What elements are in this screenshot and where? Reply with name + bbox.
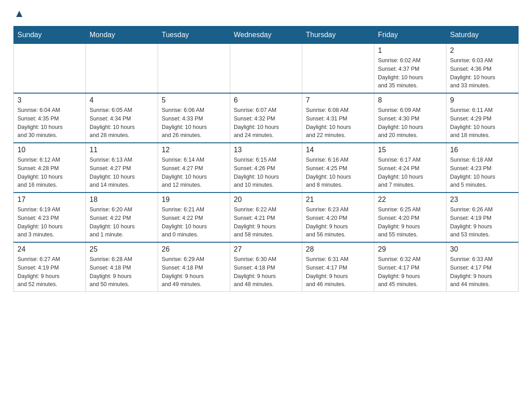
day-info: Sunrise: 6:14 AM Sunset: 4:27 PM Dayligh… [162,156,226,189]
calendar-cell: 23Sunrise: 6:26 AM Sunset: 4:19 PM Dayli… [446,193,519,242]
calendar-cell: 6Sunrise: 6:07 AM Sunset: 4:32 PM Daylig… [230,93,302,143]
calendar-cell: 3Sunrise: 6:04 AM Sunset: 4:35 PM Daylig… [14,93,86,143]
day-number: 17 [17,196,82,204]
svg-marker-0 [16,11,22,17]
day-info: Sunrise: 6:23 AM Sunset: 4:20 PM Dayligh… [306,206,370,239]
calendar-cell: 18Sunrise: 6:20 AM Sunset: 4:22 PM Dayli… [86,193,158,242]
day-info: Sunrise: 6:11 AM Sunset: 4:29 PM Dayligh… [450,106,515,140]
day-number: 13 [234,146,298,154]
calendar-cell [302,44,374,94]
day-info: Sunrise: 6:07 AM Sunset: 4:32 PM Dayligh… [234,106,298,140]
day-info: Sunrise: 6:20 AM Sunset: 4:22 PM Dayligh… [90,206,154,239]
calendar-cell [14,44,86,94]
weekday-header-tuesday: Tuesday [158,26,230,44]
day-info: Sunrise: 6:33 AM Sunset: 4:17 PM Dayligh… [450,255,515,289]
day-number: 22 [378,196,442,204]
day-info: Sunrise: 6:25 AM Sunset: 4:20 PM Dayligh… [378,206,442,239]
calendar-cell: 16Sunrise: 6:18 AM Sunset: 4:23 PM Dayli… [446,143,519,193]
day-info: Sunrise: 6:31 AM Sunset: 4:17 PM Dayligh… [306,255,370,289]
day-number: 15 [378,146,442,154]
calendar-cell: 26Sunrise: 6:29 AM Sunset: 4:18 PM Dayli… [158,242,230,292]
calendar-cell [86,44,158,94]
day-number: 24 [17,245,82,253]
calendar-cell: 27Sunrise: 6:30 AM Sunset: 4:18 PM Dayli… [230,242,302,292]
day-number: 20 [234,196,298,204]
week-row-2: 3Sunrise: 6:04 AM Sunset: 4:35 PM Daylig… [14,93,519,143]
day-number: 3 [17,96,82,104]
calendar-cell: 1Sunrise: 6:02 AM Sunset: 4:37 PM Daylig… [374,44,446,94]
day-info: Sunrise: 6:03 AM Sunset: 4:36 PM Dayligh… [450,56,515,90]
weekday-header-thursday: Thursday [302,26,374,44]
week-row-4: 17Sunrise: 6:19 AM Sunset: 4:23 PM Dayli… [14,193,519,242]
day-info: Sunrise: 6:17 AM Sunset: 4:24 PM Dayligh… [378,156,442,189]
calendar-cell: 11Sunrise: 6:13 AM Sunset: 4:27 PM Dayli… [86,143,158,193]
calendar-cell: 2Sunrise: 6:03 AM Sunset: 4:36 PM Daylig… [446,44,519,94]
day-number: 4 [90,96,154,104]
week-row-3: 10Sunrise: 6:12 AM Sunset: 4:28 PM Dayli… [14,143,519,193]
day-info: Sunrise: 6:26 AM Sunset: 4:19 PM Dayligh… [450,206,515,239]
day-number: 18 [90,196,154,204]
calendar-cell: 10Sunrise: 6:12 AM Sunset: 4:28 PM Dayli… [14,143,86,193]
day-number: 28 [306,245,370,253]
calendar-cell [158,44,230,94]
calendar-cell: 30Sunrise: 6:33 AM Sunset: 4:17 PM Dayli… [446,242,519,292]
logo-triangle-icon [14,9,24,19]
day-number: 9 [450,96,515,104]
day-number: 16 [450,146,515,154]
day-info: Sunrise: 6:29 AM Sunset: 4:18 PM Dayligh… [162,255,226,289]
calendar-cell: 15Sunrise: 6:17 AM Sunset: 4:24 PM Dayli… [374,143,446,193]
calendar-cell: 7Sunrise: 6:08 AM Sunset: 4:31 PM Daylig… [302,93,374,143]
calendar-cell: 19Sunrise: 6:21 AM Sunset: 4:22 PM Dayli… [158,193,230,242]
day-info: Sunrise: 6:15 AM Sunset: 4:26 PM Dayligh… [234,156,298,189]
day-number: 6 [234,96,298,104]
weekday-header-saturday: Saturday [446,26,519,44]
day-number: 30 [450,245,515,253]
day-number: 2 [450,47,515,55]
day-number: 14 [306,146,370,154]
day-info: Sunrise: 6:28 AM Sunset: 4:18 PM Dayligh… [90,255,154,289]
day-number: 10 [17,146,82,154]
day-number: 26 [162,245,226,253]
calendar-cell: 24Sunrise: 6:27 AM Sunset: 4:19 PM Dayli… [14,242,86,292]
day-number: 1 [378,47,442,55]
calendar-cell: 20Sunrise: 6:22 AM Sunset: 4:21 PM Dayli… [230,193,302,242]
day-number: 7 [306,96,370,104]
calendar-cell: 5Sunrise: 6:06 AM Sunset: 4:33 PM Daylig… [158,93,230,143]
day-info: Sunrise: 6:02 AM Sunset: 4:37 PM Dayligh… [378,56,442,90]
calendar-cell: 13Sunrise: 6:15 AM Sunset: 4:26 PM Dayli… [230,143,302,193]
day-info: Sunrise: 6:30 AM Sunset: 4:18 PM Dayligh… [234,255,298,289]
weekday-header-monday: Monday [86,26,158,44]
calendar-table: SundayMondayTuesdayWednesdayThursdayFrid… [13,26,519,292]
day-info: Sunrise: 6:18 AM Sunset: 4:23 PM Dayligh… [450,156,515,189]
day-info: Sunrise: 6:08 AM Sunset: 4:31 PM Dayligh… [306,106,370,140]
day-info: Sunrise: 6:13 AM Sunset: 4:27 PM Dayligh… [90,156,154,189]
day-number: 8 [378,96,442,104]
calendar-cell: 29Sunrise: 6:32 AM Sunset: 4:17 PM Dayli… [374,242,446,292]
day-number: 5 [162,96,226,104]
calendar-cell: 12Sunrise: 6:14 AM Sunset: 4:27 PM Dayli… [158,143,230,193]
day-number: 21 [306,196,370,204]
calendar-cell [230,44,302,94]
day-number: 11 [90,146,154,154]
weekday-header-row: SundayMondayTuesdayWednesdayThursdayFrid… [14,26,519,44]
day-info: Sunrise: 6:05 AM Sunset: 4:34 PM Dayligh… [90,106,154,140]
day-number: 19 [162,196,226,204]
day-info: Sunrise: 6:19 AM Sunset: 4:23 PM Dayligh… [17,206,82,239]
calendar-cell: 4Sunrise: 6:05 AM Sunset: 4:34 PM Daylig… [86,93,158,143]
calendar-cell: 25Sunrise: 6:28 AM Sunset: 4:18 PM Dayli… [86,242,158,292]
calendar-cell: 28Sunrise: 6:31 AM Sunset: 4:17 PM Dayli… [302,242,374,292]
week-row-1: 1Sunrise: 6:02 AM Sunset: 4:37 PM Daylig… [14,44,519,94]
day-info: Sunrise: 6:32 AM Sunset: 4:17 PM Dayligh… [378,255,442,289]
calendar-cell: 22Sunrise: 6:25 AM Sunset: 4:20 PM Dayli… [374,193,446,242]
day-info: Sunrise: 6:09 AM Sunset: 4:30 PM Dayligh… [378,106,442,140]
weekday-header-sunday: Sunday [14,26,86,44]
calendar-cell: 21Sunrise: 6:23 AM Sunset: 4:20 PM Dayli… [302,193,374,242]
day-info: Sunrise: 6:22 AM Sunset: 4:21 PM Dayligh… [234,206,298,239]
day-number: 27 [234,245,298,253]
calendar-cell: 17Sunrise: 6:19 AM Sunset: 4:23 PM Dayli… [14,193,86,242]
day-info: Sunrise: 6:06 AM Sunset: 4:33 PM Dayligh… [162,106,226,140]
calendar-cell: 9Sunrise: 6:11 AM Sunset: 4:29 PM Daylig… [446,93,519,143]
page-header [13,9,519,17]
day-info: Sunrise: 6:21 AM Sunset: 4:22 PM Dayligh… [162,206,226,239]
day-number: 29 [378,245,442,253]
